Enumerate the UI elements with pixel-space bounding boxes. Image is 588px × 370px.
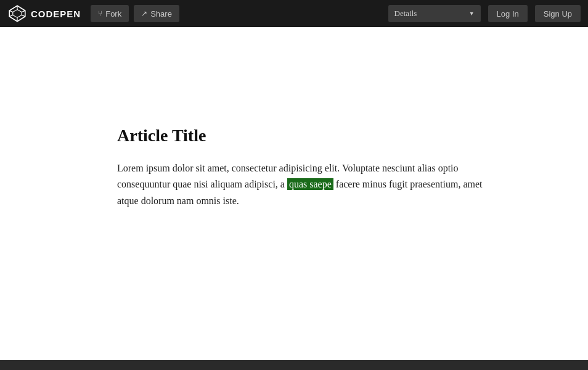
share-button[interactable]: ↗ Share: [134, 5, 179, 22]
header: CODEPEN ⑂ Fork ↗ Share Details ▼ Log In …: [0, 0, 588, 27]
details-label: Details: [394, 9, 417, 18]
share-icon: ↗: [141, 9, 147, 18]
main-content: Article Title Lorem ipsum dolor sit amet…: [0, 27, 588, 360]
fork-label: Fork: [105, 9, 121, 18]
article: Article Title Lorem ipsum dolor sit amet…: [117, 126, 499, 209]
fork-button[interactable]: ⑂ Fork: [91, 5, 129, 22]
codepen-logo-icon: [7, 4, 27, 23]
article-title: Article Title: [117, 126, 499, 146]
article-body: Lorem ipsum dolor sit amet, consectetur …: [117, 160, 499, 209]
login-button[interactable]: Log In: [488, 5, 528, 22]
share-label: Share: [150, 9, 172, 18]
details-dropdown[interactable]: Details ▼: [388, 5, 481, 22]
article-highlight: quas saepe: [287, 178, 333, 190]
logo: CODEPEN: [7, 4, 81, 23]
fork-icon: ⑂: [98, 9, 102, 18]
signup-button[interactable]: Sign Up: [535, 5, 581, 22]
logo-text: CODEPEN: [31, 9, 81, 19]
footer-bar: [0, 360, 588, 370]
chevron-down-icon: ▼: [469, 10, 475, 17]
